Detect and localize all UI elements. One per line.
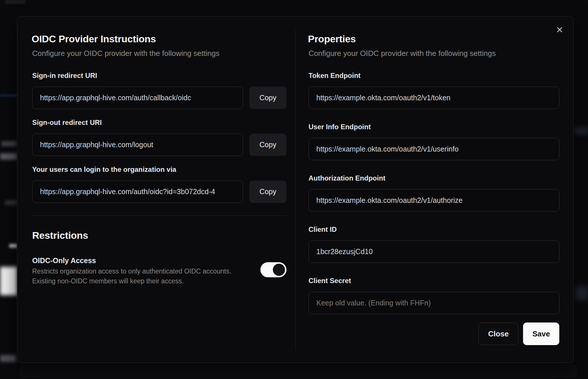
restrictions-heading: Restrictions (32, 230, 88, 241)
authorization-endpoint-input[interactable] (308, 189, 559, 212)
client-id-label: Client ID (308, 225, 337, 234)
user-info-endpoint-input[interactable] (308, 138, 559, 160)
save-button-label: Save (532, 329, 550, 338)
copy-org-login-button[interactable]: Copy (249, 181, 286, 203)
toggle-knob (273, 264, 285, 276)
background-panel (20, 365, 576, 378)
background-artifact (5, 200, 17, 205)
oidc-only-access-description: Restricts organization access to only au… (32, 267, 231, 275)
org-login-url-label: Your users can login to the organization… (32, 165, 176, 174)
background-artifact (0, 267, 17, 295)
close-button[interactable]: Close (478, 322, 518, 345)
oidc-only-access-toggle[interactable] (260, 262, 286, 277)
close-icon: ✕ (556, 25, 563, 36)
background-artifact (575, 127, 588, 134)
token-endpoint-label: Token Endpoint (308, 72, 361, 80)
right-panel-title: Properties (308, 33, 356, 45)
sign-in-redirect-label: Sign-in redirect URI (32, 72, 97, 80)
background-artifact (0, 153, 17, 160)
background-artifact (575, 286, 588, 300)
right-panel-subtitle: Configure your OIDC provider with the fo… (308, 49, 496, 58)
client-secret-label: Client Secret (308, 277, 351, 285)
close-button-label: Close (488, 329, 509, 338)
column-divider (295, 30, 296, 350)
token-endpoint-input[interactable] (308, 87, 559, 109)
copy-button-label: Copy (259, 94, 276, 102)
copy-button-label: Copy (259, 187, 276, 196)
sign-out-redirect-input[interactable] (32, 134, 243, 156)
copy-sign-out-button[interactable]: Copy (249, 134, 286, 156)
background-artifact (9, 244, 17, 248)
left-panel-subtitle: Configure your OIDC provider with the fo… (32, 49, 219, 58)
sign-out-redirect-label: Sign-out redirect URI (32, 119, 102, 127)
client-secret-input[interactable] (308, 292, 559, 314)
sign-in-redirect-input[interactable] (32, 87, 243, 109)
background-artifact (5, 0, 26, 4)
client-id-input[interactable] (308, 240, 559, 263)
background-artifact (0, 94, 17, 97)
background-artifact (0, 355, 16, 362)
section-divider (32, 216, 286, 216)
left-panel-title: OIDC Provider Instructions (32, 33, 156, 45)
modal-close-button[interactable]: ✕ (554, 25, 565, 36)
authorization-endpoint-label: Authorization Endpoint (308, 174, 385, 182)
oidc-only-access-label: OIDC-Only Access (32, 256, 96, 265)
org-login-url-input[interactable] (32, 181, 243, 203)
save-button[interactable]: Save (523, 322, 559, 345)
background-artifact (1, 141, 17, 146)
oidc-only-access-description: Existing non-OIDC members will keep thei… (32, 277, 184, 285)
copy-button-label: Copy (259, 141, 276, 149)
copy-sign-in-button[interactable]: Copy (249, 87, 286, 109)
user-info-endpoint-label: User Info Endpoint (308, 123, 371, 131)
oidc-provider-modal: OIDC Provider Instructions Configure you… (17, 16, 574, 363)
